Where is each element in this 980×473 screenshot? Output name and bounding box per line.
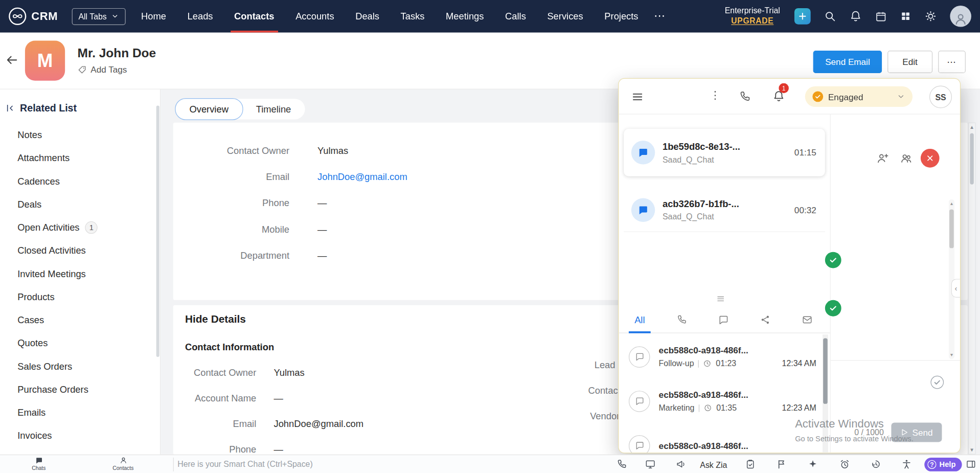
interaction-item[interactable]: ecb588c0-a918-486f... Marketing 01:35 12… (619, 379, 823, 423)
sidebar-item-notes[interactable]: Notes (17, 123, 160, 146)
nav-item-calls[interactable]: Calls (494, 0, 536, 33)
nav-item-meetings[interactable]: Meetings (435, 0, 494, 33)
interaction-list-scrollbar[interactable] (823, 334, 828, 453)
filter-tab-all[interactable]: All (619, 307, 660, 333)
email-link[interactable]: JohnDoe@gmail.com (274, 418, 363, 429)
nav-item-contacts[interactable]: Contacts (223, 0, 285, 33)
calendar-icon[interactable] (875, 10, 887, 22)
active-call-item[interactable]: 1be59d8c-8e13-... Saad_Q_Chat 01:15 (624, 129, 825, 176)
drag-handle-icon[interactable] (716, 295, 725, 303)
filter-tab-chats[interactable] (702, 307, 744, 333)
divider (173, 458, 174, 471)
ask-zia-button[interactable]: Ask Zia (700, 460, 727, 469)
clock-icon (703, 359, 712, 368)
filter-tab-calls[interactable] (660, 307, 702, 333)
contact-avatar[interactable]: M (25, 40, 65, 80)
sidebar-item-emails[interactable]: Emails (17, 401, 160, 424)
composer-divider (831, 360, 961, 361)
reminders-icon[interactable] (839, 459, 850, 469)
scrollbar-thumb[interactable] (823, 338, 828, 403)
chats-tab[interactable]: Chats (19, 456, 58, 471)
scrollbar-thumb[interactable] (970, 133, 973, 184)
search-icon[interactable] (824, 10, 836, 22)
zia-search-icon[interactable] (808, 459, 818, 469)
contacts-tab[interactable]: Contacts (104, 456, 143, 471)
email-link[interactable]: JohnDoe@gmail.com (317, 171, 407, 182)
planner-flag-icon[interactable] (776, 459, 787, 469)
sidebar-item-quotes[interactable]: Quotes (17, 331, 160, 354)
send-button[interactable]: Send (891, 422, 942, 442)
smart-chat-input[interactable] (177, 455, 577, 473)
screen-share-icon[interactable] (645, 459, 656, 469)
filter-tab-social[interactable] (744, 307, 786, 333)
quick-create-button[interactable] (794, 8, 811, 25)
sidebar-item-deals[interactable]: Deals (17, 193, 160, 216)
scroll-up-arrow[interactable]: ▲ (949, 201, 954, 206)
sidebar-item-closed-activities[interactable]: Closed Activities (17, 239, 160, 262)
sidebar-item-purchase-orders[interactable]: Purchase Orders (17, 377, 160, 400)
nav-item-home[interactable]: Home (130, 0, 176, 33)
chat-bubble-icon (629, 391, 650, 412)
settings-gear-icon[interactable] (924, 10, 937, 22)
history-icon[interactable] (871, 459, 881, 469)
scroll-up-arrow[interactable]: ▲ (969, 124, 975, 130)
back-arrow-icon[interactable] (5, 53, 19, 67)
conference-call-button[interactable] (897, 149, 916, 168)
nav-item-tasks[interactable]: Tasks (390, 0, 435, 33)
agent-avatar[interactable]: SS (929, 85, 952, 108)
sidebar-item-attachments[interactable]: Attachments (17, 146, 160, 169)
agent-status-select[interactable]: Engaged (805, 86, 913, 107)
nav-item-accounts[interactable]: Accounts (285, 0, 345, 33)
scrollbar-thumb[interactable] (949, 210, 954, 249)
sidebar-item-cases[interactable]: Cases (17, 308, 160, 331)
more-actions-button[interactable]: ⋯ (938, 51, 966, 73)
sidebar-item-products[interactable]: Products (17, 285, 160, 308)
sidebar-item-invoices[interactable]: Invoices (17, 424, 160, 447)
tasks-icon[interactable] (745, 459, 756, 469)
collapse-panel-icon[interactable] (5, 103, 15, 114)
widget-collapse-handle[interactable]: ‹ (951, 279, 960, 298)
announcement-icon[interactable] (676, 459, 687, 469)
scroll-down-arrow[interactable]: ▼ (969, 447, 975, 453)
filter-tab-email[interactable] (786, 307, 828, 333)
chevron-down-icon (897, 93, 905, 101)
nav-more-icon[interactable]: ⋯ (649, 0, 670, 33)
send-email-button[interactable]: Send Email (813, 51, 882, 73)
crm-logo[interactable]: CRM (9, 8, 58, 25)
marketplace-icon[interactable] (900, 11, 911, 22)
sidebar-item-sales-orders[interactable]: Sales Orders (17, 354, 160, 377)
nav-item-services[interactable]: Services (537, 0, 594, 33)
call-icon[interactable] (616, 459, 627, 469)
interaction-item[interactable]: ecb588c0-a918-486f... Follow-up 01:23 12… (619, 334, 823, 379)
kebab-menu-icon[interactable]: ⋮ (710, 89, 721, 102)
sidebar-item-cadences[interactable]: Cadences (17, 169, 160, 192)
interaction-item[interactable]: ecb588c0-a918-486f... (619, 423, 823, 454)
tab-overview[interactable]: Overview (175, 98, 243, 120)
page-scrollbar[interactable]: ▲ ▼ (968, 123, 976, 455)
interaction-id: ecb588c0-a918-486f... (659, 345, 816, 355)
add-tags-button[interactable]: Add Tags (78, 64, 127, 75)
nav-item-projects[interactable]: Projects (594, 0, 649, 33)
widget-menu-icon[interactable] (631, 91, 644, 103)
notifications-bell-icon[interactable] (850, 10, 862, 22)
tab-timeline[interactable]: Timeline (242, 99, 305, 119)
queued-call-item[interactable]: acb326b7-b1fb-... Saad_Q_Chat 00:32 (624, 188, 825, 232)
edit-button[interactable]: Edit (887, 51, 932, 73)
end-session-button[interactable] (921, 149, 940, 168)
status-check-icon[interactable] (930, 376, 944, 389)
side-panel-icon[interactable] (966, 459, 976, 469)
call-id: acb326b7-b1fb-... (663, 198, 794, 209)
scroll-down-arrow[interactable]: ▼ (949, 353, 954, 357)
accessibility-icon[interactable] (901, 459, 912, 469)
sidebar-item-open-activities[interactable]: Open Activities 1 (17, 216, 160, 239)
widget-phone-icon[interactable] (739, 91, 750, 102)
upgrade-link[interactable]: UPGRADE (725, 16, 780, 27)
nav-item-leads[interactable]: Leads (177, 0, 224, 33)
all-tabs-dropdown[interactable]: All Tabs (72, 8, 126, 25)
user-avatar[interactable] (950, 6, 971, 27)
nav-item-deals[interactable]: Deals (345, 0, 390, 33)
transfer-call-button[interactable] (873, 149, 892, 168)
help-button[interactable]: ? Help (924, 458, 962, 471)
sidebar-scrollbar[interactable] (156, 106, 159, 357)
sidebar-item-invited-meetings[interactable]: Invited Meetings (17, 262, 160, 285)
